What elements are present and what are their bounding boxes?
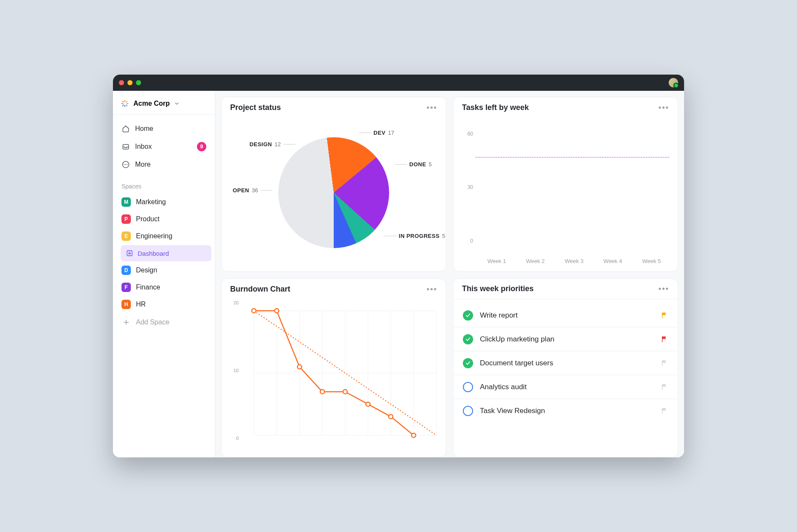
sidebar-space-marketing[interactable]: M Marketing [116,194,211,210]
flag-icon[interactable] [661,335,668,343]
card-project-status-title: Project status [230,103,281,112]
nav-more[interactable]: More [116,156,211,173]
svg-point-19 [274,309,279,313]
space-label: Finance [136,283,160,291]
maximize-window-button[interactable] [136,80,141,85]
window-controls [119,80,141,85]
flag-icon[interactable] [661,407,668,415]
priority-item[interactable]: Document target users [453,351,678,375]
bars-xtick: Week 3 [565,258,583,264]
space-icon: H [121,300,131,309]
project-status-more-button[interactable]: ••• [427,103,437,112]
sidebar-space-engineering[interactable]: E Engineering [116,228,211,244]
priority-item[interactable]: Write report [453,304,678,327]
open-circle-icon[interactable] [463,406,473,416]
project-status-chart: OPEN 36DESIGN 12DEV 17DONE 5IN PROGRESS … [228,121,439,264]
svg-point-23 [366,402,370,406]
card-priorities-title: This week priorities [462,284,534,293]
svg-point-18 [252,309,256,313]
bars-xtick: Week 5 [642,258,661,264]
tasks-left-more-button[interactable]: ••• [658,103,669,112]
bars-row [477,123,667,247]
svg-point-21 [320,390,324,394]
bars-xtick: Week 1 [487,258,506,264]
sidebar-dashboard-item[interactable]: Dashboard [121,245,211,261]
svg-rect-27 [662,336,663,342]
pie-label-in-progress: IN PROGRESS 5 [384,233,445,239]
space-icon: M [121,197,131,207]
priority-item[interactable]: ClickUp marketing plan [453,327,678,351]
card-project-status: Project status ••• OPEN 36DESIGN 12DEV 1… [221,97,446,272]
dashboard-icon [126,249,133,257]
inbox-badge: 9 [197,142,206,151]
user-avatar[interactable] [669,78,678,87]
flag-icon[interactable] [661,359,668,367]
svg-point-1 [124,164,125,165]
svg-point-3 [127,164,127,165]
priority-label: Document target users [480,359,553,367]
space-icon: F [121,283,131,292]
card-burndown: Burndown Chart ••• 01020 [221,278,446,457]
card-tasks-left: Tasks left by week ••• 03060 Week 1Week … [453,97,678,272]
app-window: Acme Corp Home Inbox 9 [113,75,684,457]
tasks-left-chart: 03060 Week 1Week 2Week 3Week 4Week 5 [460,121,671,264]
open-circle-icon[interactable] [463,382,473,392]
priorities-more-button[interactable]: ••• [658,284,669,293]
titlebar [113,75,684,91]
flag-icon[interactable] [661,312,668,319]
priority-item[interactable]: Task View Redesign [453,399,678,423]
nav-home-label: Home [135,125,153,133]
svg-point-25 [412,433,416,437]
burndown-chart: 01020 [228,303,439,450]
burndown-ytick: 20 [228,300,239,305]
flag-icon[interactable] [661,383,668,391]
pie-label-design: DESIGN 12 [249,141,295,147]
sidebar: Acme Corp Home Inbox 9 [113,91,215,457]
card-priorities: This week priorities ••• Write reportCli… [453,278,678,457]
priority-label: Write report [480,311,518,320]
burndown-ytick: 0 [228,436,239,441]
nav-inbox[interactable]: Inbox 9 [116,139,211,155]
priority-label: ClickUp marketing plan [480,335,554,344]
svg-rect-28 [662,360,663,366]
sidebar-space-hr[interactable]: H HR [116,296,211,312]
bars-xtick: Week 4 [604,258,622,264]
sidebar-space-design[interactable]: D Design [116,262,211,278]
nav-more-label: More [135,161,150,168]
space-label: Product [136,215,159,223]
workspace-switcher[interactable]: Acme Corp [113,93,215,115]
svg-point-22 [343,390,347,394]
priority-item[interactable]: Analytics audit [453,375,678,399]
chevron-down-icon [174,101,180,107]
bars-xtick: Week 2 [526,258,545,264]
priority-label: Task View Redesign [480,407,545,415]
workspace-logo-icon [121,99,129,108]
check-circle-icon[interactable] [463,334,473,344]
svg-rect-29 [662,384,663,390]
pie-label-dev: DEV 17 [359,130,394,136]
add-space-button[interactable]: Add Space [116,314,211,330]
inbox-icon [121,142,130,151]
sidebar-space-product[interactable]: P Product [116,211,211,227]
svg-rect-26 [662,312,663,318]
card-burndown-title: Burndown Chart [230,285,290,294]
bars-ytick: 60 [460,131,473,137]
check-circle-icon[interactable] [463,358,473,368]
burndown-more-button[interactable]: ••• [427,285,437,294]
svg-point-20 [297,365,302,369]
svg-point-24 [389,414,393,419]
priority-label: Analytics audit [480,383,527,391]
minimize-window-button[interactable] [127,80,133,85]
space-icon: D [121,266,131,275]
sidebar-space-finance[interactable]: F Finance [116,279,211,295]
space-label: Engineering [136,232,172,240]
svg-rect-30 [662,408,663,414]
burndown-ytick: 10 [228,368,239,373]
home-icon [121,124,130,133]
nav-home[interactable]: Home [116,121,211,137]
close-window-button[interactable] [119,80,124,85]
spaces-section-label: Spaces [113,175,215,193]
pie-label-open: OPEN 36 [233,187,272,194]
check-circle-icon[interactable] [463,310,473,321]
plus-icon [121,318,131,327]
